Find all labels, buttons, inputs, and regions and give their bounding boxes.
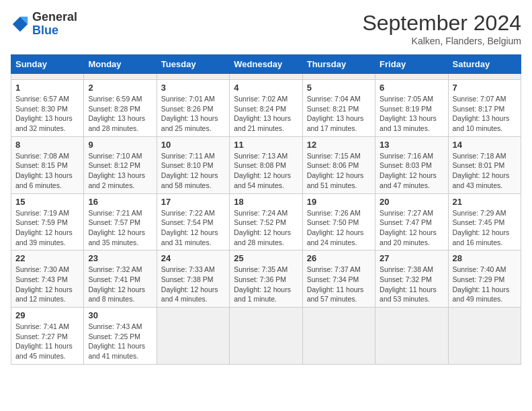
day-cell: 3Sunrise: 7:01 AMSunset: 8:26 PMDaylight… xyxy=(157,80,229,137)
day-cell: 22Sunrise: 7:30 AMSunset: 7:43 PMDayligh… xyxy=(11,250,84,308)
day-cell: 18Sunrise: 7:24 AMSunset: 7:52 PMDayligh… xyxy=(230,193,302,250)
week-row-6: 29Sunrise: 7:41 AMSunset: 7:27 PMDayligh… xyxy=(11,308,521,365)
day-cell: 9Sunrise: 7:10 AMSunset: 8:12 PMDaylight… xyxy=(84,136,157,193)
day-cell xyxy=(157,308,229,365)
day-number: 6 xyxy=(380,83,443,93)
day-cell: 5Sunrise: 7:04 AMSunset: 8:21 PMDaylight… xyxy=(302,80,375,137)
day-cell: 19Sunrise: 7:26 AMSunset: 7:50 PMDayligh… xyxy=(302,193,375,250)
day-detail: Sunrise: 7:19 AMSunset: 7:59 PMDaylight:… xyxy=(15,208,79,248)
day-detail: Sunrise: 7:08 AMSunset: 8:15 PMDaylight:… xyxy=(15,151,79,191)
day-cell: 23Sunrise: 7:32 AMSunset: 7:41 PMDayligh… xyxy=(84,250,157,308)
week-row-1 xyxy=(11,74,521,80)
day-number: 3 xyxy=(161,83,225,93)
day-number: 28 xyxy=(453,253,517,263)
day-number: 7 xyxy=(453,83,517,93)
day-cell xyxy=(302,74,375,80)
day-cell: 8Sunrise: 7:08 AMSunset: 8:15 PMDaylight… xyxy=(11,136,84,193)
day-number: 13 xyxy=(380,140,443,150)
title-area: September 2024 Kalken, Flanders, Belgium xyxy=(362,11,521,46)
days-header-row: SundayMondayTuesdayWednesdayThursdayFrid… xyxy=(11,55,521,74)
day-detail: Sunrise: 7:13 AMSunset: 8:08 PMDaylight:… xyxy=(234,151,298,191)
day-cell xyxy=(84,74,157,80)
day-cell: 15Sunrise: 7:19 AMSunset: 7:59 PMDayligh… xyxy=(11,193,84,250)
day-number: 12 xyxy=(307,140,371,150)
day-cell: 10Sunrise: 7:11 AMSunset: 8:10 PMDayligh… xyxy=(157,136,229,193)
day-header-saturday: Saturday xyxy=(448,55,521,74)
day-header-monday: Monday xyxy=(84,55,157,74)
day-detail: Sunrise: 7:07 AMSunset: 8:17 PMDaylight:… xyxy=(453,94,517,134)
day-cell xyxy=(11,74,84,80)
day-number: 15 xyxy=(15,197,79,207)
day-number: 20 xyxy=(380,197,443,207)
day-number: 30 xyxy=(88,310,152,320)
day-detail: Sunrise: 7:33 AMSunset: 7:38 PMDaylight:… xyxy=(161,265,225,304)
day-cell: 16Sunrise: 7:21 AMSunset: 7:57 PMDayligh… xyxy=(84,193,157,250)
day-number: 14 xyxy=(453,140,517,150)
day-detail: Sunrise: 7:02 AMSunset: 8:24 PMDaylight:… xyxy=(234,94,298,134)
day-number: 5 xyxy=(307,83,371,93)
day-cell: 24Sunrise: 7:33 AMSunset: 7:38 PMDayligh… xyxy=(157,250,229,308)
day-cell: 28Sunrise: 7:40 AMSunset: 7:29 PMDayligh… xyxy=(448,250,521,308)
day-detail: Sunrise: 7:41 AMSunset: 7:27 PMDaylight:… xyxy=(15,322,79,361)
day-number: 17 xyxy=(161,197,225,207)
day-number: 8 xyxy=(15,140,79,150)
day-number: 18 xyxy=(234,197,298,207)
day-detail: Sunrise: 7:18 AMSunset: 8:01 PMDaylight:… xyxy=(453,151,517,191)
week-row-5: 22Sunrise: 7:30 AMSunset: 7:43 PMDayligh… xyxy=(11,250,521,308)
header: General Blue September 2024 Kalken, Flan… xyxy=(11,11,521,46)
day-detail: Sunrise: 7:21 AMSunset: 7:57 PMDaylight:… xyxy=(88,208,152,248)
day-detail: Sunrise: 6:57 AMSunset: 8:30 PMDaylight:… xyxy=(15,94,79,134)
week-row-2: 1Sunrise: 6:57 AMSunset: 8:30 PMDaylight… xyxy=(11,80,521,137)
location: Kalken, Flanders, Belgium xyxy=(362,36,521,46)
day-cell xyxy=(230,74,302,80)
day-detail: Sunrise: 7:05 AMSunset: 8:19 PMDaylight:… xyxy=(380,94,443,134)
day-detail: Sunrise: 7:43 AMSunset: 7:25 PMDaylight:… xyxy=(88,322,152,361)
day-header-wednesday: Wednesday xyxy=(230,55,302,74)
day-detail: Sunrise: 7:29 AMSunset: 7:45 PMDaylight:… xyxy=(453,208,517,248)
day-detail: Sunrise: 7:15 AMSunset: 8:06 PMDaylight:… xyxy=(307,151,371,191)
day-detail: Sunrise: 7:38 AMSunset: 7:32 PMDaylight:… xyxy=(380,265,443,304)
day-number: 16 xyxy=(88,197,152,207)
day-cell: 1Sunrise: 6:57 AMSunset: 8:30 PMDaylight… xyxy=(11,80,84,137)
day-number: 22 xyxy=(15,253,79,263)
day-cell: 25Sunrise: 7:35 AMSunset: 7:36 PMDayligh… xyxy=(230,250,302,308)
day-cell xyxy=(448,308,521,365)
day-detail: Sunrise: 7:24 AMSunset: 7:52 PMDaylight:… xyxy=(234,208,298,248)
day-number: 4 xyxy=(234,83,298,93)
week-row-3: 8Sunrise: 7:08 AMSunset: 8:15 PMDaylight… xyxy=(11,136,521,193)
day-detail: Sunrise: 7:32 AMSunset: 7:41 PMDaylight:… xyxy=(88,265,152,304)
day-detail: Sunrise: 7:16 AMSunset: 8:03 PMDaylight:… xyxy=(380,151,443,191)
day-header-thursday: Thursday xyxy=(302,55,375,74)
day-cell: 20Sunrise: 7:27 AMSunset: 7:47 PMDayligh… xyxy=(375,193,448,250)
day-number: 21 xyxy=(453,197,517,207)
day-detail: Sunrise: 7:04 AMSunset: 8:21 PMDaylight:… xyxy=(307,94,371,134)
day-cell: 27Sunrise: 7:38 AMSunset: 7:32 PMDayligh… xyxy=(375,250,448,308)
day-cell: 29Sunrise: 7:41 AMSunset: 7:27 PMDayligh… xyxy=(11,308,84,365)
day-detail: Sunrise: 7:26 AMSunset: 7:50 PMDaylight:… xyxy=(307,208,371,248)
day-header-friday: Friday xyxy=(375,55,448,74)
logo-blue-text: Blue xyxy=(32,24,58,37)
day-number: 26 xyxy=(307,253,371,263)
day-header-tuesday: Tuesday xyxy=(157,55,229,74)
day-detail: Sunrise: 7:30 AMSunset: 7:43 PMDaylight:… xyxy=(15,265,79,304)
day-cell: 6Sunrise: 7:05 AMSunset: 8:19 PMDaylight… xyxy=(375,80,448,137)
day-number: 25 xyxy=(234,253,298,263)
day-detail: Sunrise: 7:22 AMSunset: 7:54 PMDaylight:… xyxy=(161,208,225,248)
logo-general-text: General xyxy=(32,10,77,24)
day-number: 10 xyxy=(161,140,225,150)
week-row-4: 15Sunrise: 7:19 AMSunset: 7:59 PMDayligh… xyxy=(11,193,521,250)
day-cell xyxy=(302,308,375,365)
day-detail: Sunrise: 7:11 AMSunset: 8:10 PMDaylight:… xyxy=(161,151,225,191)
day-number: 9 xyxy=(88,140,152,150)
day-detail: Sunrise: 7:37 AMSunset: 7:34 PMDaylight:… xyxy=(307,265,371,304)
month-title: September 2024 xyxy=(362,11,521,36)
day-cell xyxy=(157,74,229,80)
day-number: 19 xyxy=(307,197,371,207)
day-number: 1 xyxy=(15,83,79,93)
day-number: 24 xyxy=(161,253,225,263)
day-cell: 30Sunrise: 7:43 AMSunset: 7:25 PMDayligh… xyxy=(84,308,157,365)
day-detail: Sunrise: 7:35 AMSunset: 7:36 PMDaylight:… xyxy=(234,265,298,304)
day-cell: 12Sunrise: 7:15 AMSunset: 8:06 PMDayligh… xyxy=(302,136,375,193)
day-cell: 17Sunrise: 7:22 AMSunset: 7:54 PMDayligh… xyxy=(157,193,229,250)
day-detail: Sunrise: 7:10 AMSunset: 8:12 PMDaylight:… xyxy=(88,151,152,191)
